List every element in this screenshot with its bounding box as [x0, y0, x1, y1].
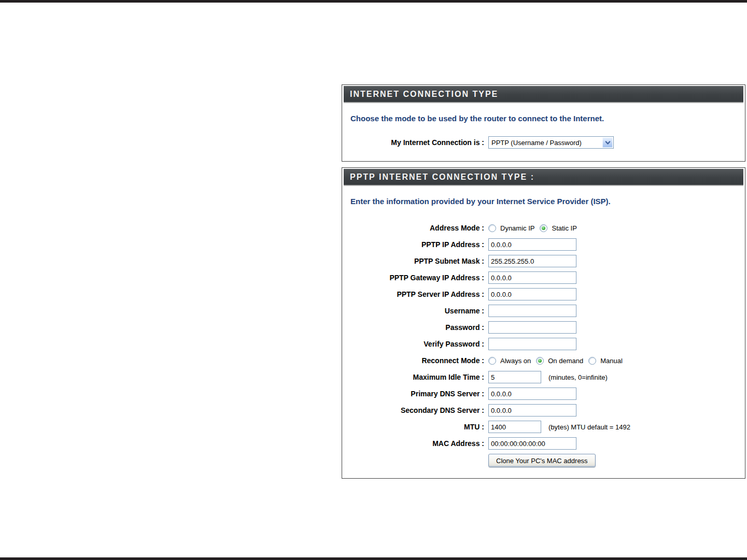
static-ip-radio[interactable]: [540, 224, 547, 232]
password-input[interactable]: [488, 321, 576, 334]
clone-mac-button[interactable]: Clone Your PC's MAC address: [488, 454, 596, 467]
pptp-instruction: Enter the information provided by your I…: [350, 197, 737, 206]
selected-option-text: PPTP (Username / Password): [489, 139, 602, 147]
maximum-idle-time-input[interactable]: [488, 371, 541, 383]
pptp-internet-connection-type-header: PPTP INTERNET CONNECTION TYPE :: [344, 169, 743, 186]
primary-dns-input[interactable]: [488, 387, 576, 400]
my-internet-connection-label: My Internet Connection is :: [342, 138, 484, 147]
my-internet-connection-row: My Internet Connection is : PPTP (Userna…: [342, 136, 745, 149]
mtu-label: MTU :: [342, 423, 484, 431]
dynamic-ip-radio[interactable]: [488, 224, 496, 232]
maximum-idle-time-row: Maximum Idle Time : (minutes, 0=infinite…: [342, 371, 745, 383]
static-ip-radio-label: Static IP: [552, 224, 576, 232]
manual-radio[interactable]: [588, 357, 596, 365]
pptp-gateway-ip-input[interactable]: [488, 271, 576, 284]
password-row: Password :: [342, 321, 745, 334]
clone-mac-row: Clone Your PC's MAC address: [342, 454, 745, 467]
maximum-idle-time-note: (minutes, 0=infinite): [548, 374, 608, 381]
verify-password-input[interactable]: [488, 338, 576, 350]
page-top-rule: [0, 0, 747, 3]
pptp-ip-address-input[interactable]: [488, 238, 576, 251]
pptp-ip-address-row: PPTP IP Address :: [342, 238, 745, 251]
pptp-subnet-mask-input[interactable]: [488, 255, 576, 267]
manual-radio-label: Manual: [600, 357, 623, 365]
username-label: Username :: [342, 307, 484, 315]
secondary-dns-label: Secondary DNS Server :: [342, 406, 484, 414]
dynamic-ip-radio-label: Dynamic IP: [500, 224, 534, 232]
verify-password-row: Verify Password :: [342, 338, 745, 350]
internet-connection-type-section: INTERNET CONNECTION TYPE Choose the mode…: [342, 84, 745, 162]
pptp-gateway-ip-label: PPTP Gateway IP Address :: [342, 274, 484, 282]
pptp-server-ip-row: PPTP Server IP Address :: [342, 288, 745, 300]
pptp-subnet-mask-label: PPTP Subnet Mask :: [342, 257, 484, 265]
always-on-radio-label: Always on: [500, 357, 531, 365]
pptp-server-ip-label: PPTP Server IP Address :: [342, 290, 484, 298]
pptp-ip-address-label: PPTP IP Address :: [342, 240, 484, 249]
username-input[interactable]: [488, 305, 576, 317]
pptp-server-ip-input[interactable]: [488, 288, 576, 300]
reconnect-mode-label: Reconnect Mode :: [342, 356, 484, 365]
internet-connection-type-header: INTERNET CONNECTION TYPE: [344, 86, 743, 103]
pptp-internet-connection-type-section: PPTP INTERNET CONNECTION TYPE : Enter th…: [342, 167, 745, 479]
address-mode-label: Address Mode :: [342, 224, 484, 232]
always-on-radio[interactable]: [488, 357, 496, 365]
section-header-text: INTERNET CONNECTION TYPE: [350, 90, 498, 99]
mtu-note: (bytes) MTU default = 1492: [548, 423, 630, 431]
primary-dns-label: Primary DNS Server :: [342, 390, 484, 398]
pptp-gateway-ip-row: PPTP Gateway IP Address :: [342, 271, 745, 284]
verify-password-label: Verify Password :: [342, 340, 484, 348]
chevron-down-icon[interactable]: [602, 137, 613, 148]
my-internet-connection-select[interactable]: PPTP (Username / Password): [488, 136, 614, 149]
mtu-input[interactable]: [488, 421, 541, 433]
on-demand-radio-label: On demand: [548, 357, 583, 365]
secondary-dns-input[interactable]: [488, 404, 576, 417]
password-label: Password :: [342, 323, 484, 332]
pptp-subnet-mask-row: PPTP Subnet Mask :: [342, 255, 745, 267]
mac-address-label: MAC Address :: [342, 439, 484, 448]
mac-address-input[interactable]: [488, 437, 576, 450]
reconnect-mode-row: Reconnect Mode : Always on On demand Man…: [342, 354, 745, 367]
address-mode-row: Address Mode : Dynamic IP Static IP: [342, 222, 745, 234]
primary-dns-row: Primary DNS Server :: [342, 387, 745, 400]
mac-address-row: MAC Address :: [342, 437, 745, 450]
mtu-row: MTU : (bytes) MTU default = 1492: [342, 421, 745, 433]
username-row: Username :: [342, 305, 745, 317]
secondary-dns-row: Secondary DNS Server :: [342, 404, 745, 417]
manual-page: INTERNET CONNECTION TYPE Choose the mode…: [0, 0, 747, 560]
internet-connection-instruction: Choose the mode to be used by the router…: [350, 114, 737, 123]
section-header-text: PPTP INTERNET CONNECTION TYPE :: [350, 173, 534, 182]
page-bottom-rule: [0, 557, 747, 560]
on-demand-radio[interactable]: [536, 357, 544, 365]
maximum-idle-time-label: Maximum Idle Time :: [342, 373, 484, 381]
